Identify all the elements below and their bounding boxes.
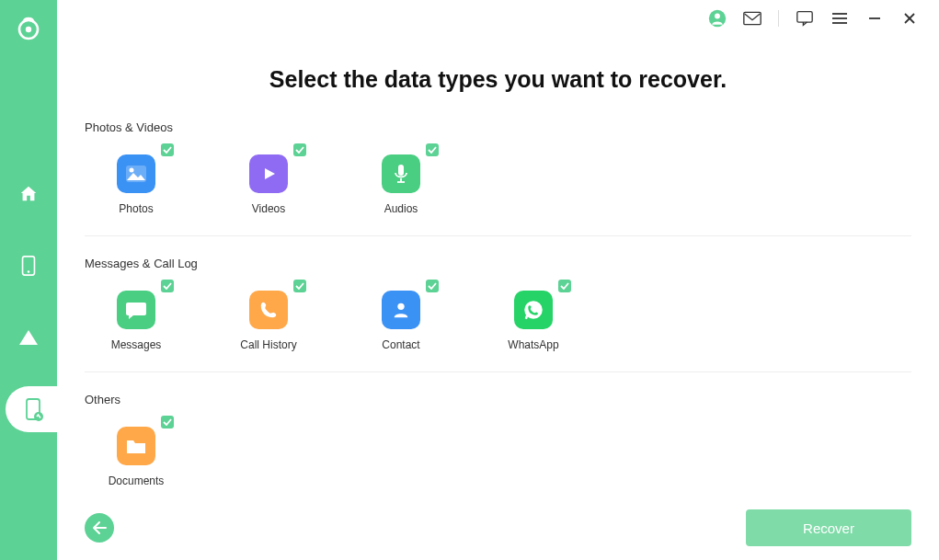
item-videos[interactable]: Videos — [245, 143, 292, 215]
svg-rect-18 — [398, 165, 404, 176]
section-photos-videos: Photos Videos Audios — [85, 143, 911, 236]
item-label: Audios — [384, 202, 418, 215]
item-label: Messages — [111, 338, 162, 351]
recover-button[interactable]: Recover — [746, 509, 911, 546]
checkbox-checked-icon[interactable] — [161, 143, 174, 156]
item-label: Photos — [119, 202, 153, 215]
checkbox-checked-icon[interactable] — [161, 416, 174, 429]
back-button[interactable] — [85, 513, 114, 543]
checkbox-checked-icon[interactable] — [293, 280, 306, 292]
svg-point-3 — [28, 270, 30, 273]
documents-icon — [117, 427, 155, 465]
logo-icon — [15, 15, 42, 42]
checkbox-checked-icon[interactable] — [161, 280, 174, 292]
content: Select the data types you want to recove… — [57, 0, 939, 496]
call-history-icon — [249, 291, 288, 329]
item-contact[interactable]: Contact — [377, 280, 425, 351]
svg-point-1 — [26, 27, 31, 32]
messages-icon — [117, 291, 155, 329]
svg-point-5 — [34, 412, 43, 421]
audios-icon — [382, 154, 420, 193]
item-messages[interactable]: Messages — [112, 280, 160, 351]
checkbox-checked-icon[interactable] — [558, 280, 571, 292]
item-label: Documents — [109, 474, 165, 487]
nav-cloud[interactable] — [0, 314, 57, 360]
item-label: Call History — [240, 338, 296, 351]
nav-recover[interactable] — [6, 386, 63, 432]
item-label: Videos — [252, 202, 285, 215]
checkbox-checked-icon[interactable] — [426, 280, 439, 292]
svg-point-21 — [397, 303, 404, 310]
sidebar — [0, 0, 57, 560]
nav-home[interactable] — [0, 171, 57, 217]
videos-icon — [249, 154, 288, 193]
contact-icon — [382, 291, 420, 329]
page-title: Select the data types you want to recove… — [85, 66, 911, 93]
item-documents[interactable]: Documents — [112, 416, 160, 487]
checkbox-checked-icon[interactable] — [293, 143, 306, 156]
photos-icon — [117, 154, 155, 193]
item-label: WhatsApp — [508, 338, 558, 351]
section-others-title: Others — [85, 393, 911, 406]
whatsapp-icon — [514, 291, 553, 329]
item-call-history[interactable]: Call History — [245, 280, 292, 351]
section-others: Documents — [85, 416, 911, 496]
section-messages-title: Messages & Call Log — [85, 257, 911, 270]
item-whatsapp[interactable]: WhatsApp — [510, 280, 557, 351]
footer: Recover — [57, 496, 939, 560]
item-audios[interactable]: Audios — [377, 143, 425, 215]
main-area: Select the data types you want to recove… — [57, 0, 939, 560]
checkbox-checked-icon[interactable] — [426, 143, 439, 156]
item-photos[interactable]: Photos — [112, 143, 160, 215]
nav-device[interactable] — [0, 243, 57, 289]
item-label: Contact — [382, 338, 419, 351]
section-messages: Messages Call History Contact — [85, 280, 911, 372]
svg-point-17 — [130, 168, 134, 173]
section-photos-videos-title: Photos & Videos — [85, 120, 911, 134]
